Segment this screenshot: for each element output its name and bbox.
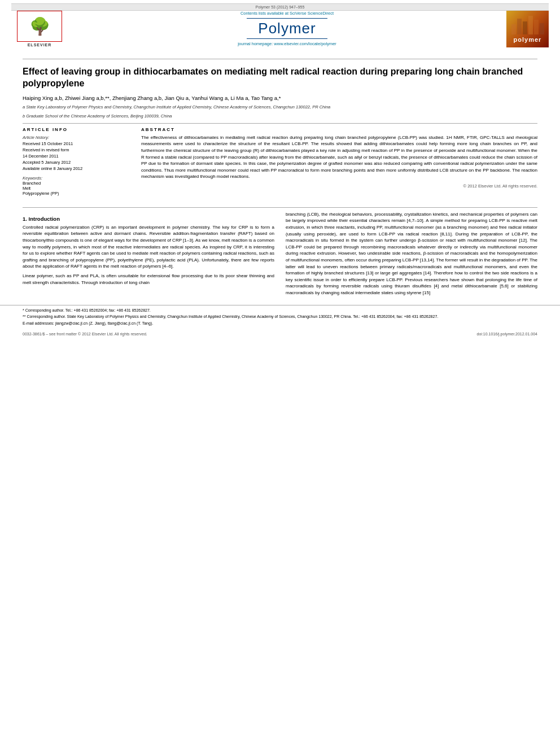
- bottom-info: 0032-3861/$ – see front matter © 2012 El…: [0, 331, 560, 337]
- elsevier-text: ELSEVIER: [28, 43, 52, 47]
- article-info-col: ARTICLE INFO Article history: Received 1…: [23, 127, 130, 196]
- issue-info: Polymer 53 (2012) 947–955: [256, 5, 305, 9]
- elsevier-logo-box: 🌳: [17, 11, 62, 42]
- article-history-label: Article history:: [23, 135, 49, 140]
- journal-header: Polymer 53 (2012) 947–955 🌳 ELSEVIER Con…: [0, 0, 560, 50]
- received-row: Received 15 October 2011: [23, 141, 130, 146]
- sciverse-link-text[interactable]: SciVerse ScienceDirect: [290, 11, 334, 16]
- body-para-2: Linear polymer, such as PP and PLA, is o…: [23, 273, 274, 286]
- abstract-label: ABSTRACT: [141, 127, 537, 132]
- abstract-text: The effectiveness of dithiocarbamates in…: [141, 134, 537, 180]
- header-divider: [23, 59, 537, 59]
- svg-rect-2: [523, 21, 527, 34]
- keyword-branched: Branched: [23, 181, 130, 186]
- issue-info-bar: Polymer 53 (2012) 947–955: [11, 3, 549, 11]
- polymer-logo-text: polymer: [514, 36, 542, 43]
- issn-text: 0032-3861/$ – see front matter © 2012 El…: [23, 332, 147, 336]
- article-authors: Haiping Xing a,b, Zhiwei Jiang a,b,**, Z…: [23, 94, 537, 102]
- doi-text: doi:10.1016/j.polymer.2012.01.004: [477, 332, 537, 336]
- article-content: Effect of leaving group in dithiocarbama…: [0, 50, 560, 202]
- sciverse-link: Contents lists available at SciVerse Sci…: [240, 11, 334, 16]
- svg-rect-3: [528, 16, 533, 34]
- copyright-line: © 2012 Elsevier Ltd. All rights reserved…: [141, 184, 537, 189]
- received-value: Received 15 October 2011: [23, 141, 73, 146]
- svg-rect-5: [540, 23, 544, 34]
- elsevier-logo: 🌳 ELSEVIER: [11, 11, 68, 47]
- body-two-col: 1. Introduction Controlled radical polym…: [23, 211, 537, 299]
- keywords-label: Keywords:: [23, 176, 130, 181]
- footnote-email: E-mail addresses: jiangzw@ciac.jl.cn (Z.…: [23, 321, 537, 326]
- footnote-corresponding2: ** Corresponding author. State Key Labor…: [23, 314, 537, 320]
- article-info-abstract: ARTICLE INFO Article history: Received 1…: [23, 127, 537, 196]
- footnote-section: * Corresponding author. Tel.: +86 431 85…: [0, 305, 560, 331]
- affiliation-a: a State Key Laboratory of Polymer Physic…: [23, 104, 537, 111]
- affiliation-b: b Graduate School of the Chinese Academy…: [23, 113, 537, 120]
- article-history-row: Article history:: [23, 134, 130, 140]
- body-col-right: branching (LCB), the rheological behavio…: [286, 211, 537, 299]
- revised-date-row: 14 December 2011: [23, 153, 130, 159]
- body-content: 1. Introduction Controlled radical polym…: [0, 202, 560, 305]
- journal-name-banner: Polymer: [247, 18, 327, 39]
- keyword-pp: Polypropylene (PP): [23, 191, 130, 196]
- revised-label-row: Received in revised form: [23, 147, 130, 152]
- footnote-corresponding1: * Corresponding author. Tel.: +86 431 85…: [23, 308, 537, 313]
- article-title: Effect of leaving group in dithiocarbama…: [23, 66, 537, 90]
- revised-label: Received in revised form: [23, 147, 69, 152]
- svg-rect-1: [517, 19, 522, 34]
- revised-date: 14 December 2011: [23, 154, 59, 159]
- available-value: Available online 8 January 2012: [23, 166, 82, 171]
- journal-center-info: Contents lists available at SciVerse Sci…: [68, 11, 506, 46]
- keyword-melt: Melt: [23, 186, 130, 191]
- article-info-label: ARTICLE INFO: [23, 127, 130, 132]
- keywords-section: Keywords: Branched Melt Polypropylene (P…: [23, 176, 130, 196]
- content-divider: [23, 123, 537, 124]
- polymer-logo-box: polymer: [506, 11, 549, 47]
- body-divider: [23, 207, 537, 208]
- accepted-row: Accepted 5 January 2012: [23, 159, 130, 165]
- page: Polymer 53 (2012) 947–955 🌳 ELSEVIER Con…: [0, 0, 560, 747]
- body-col-left: 1. Introduction Controlled radical polym…: [23, 211, 274, 299]
- section1-title: 1. Introduction: [23, 216, 274, 222]
- abstract-col: ABSTRACT The effectiveness of dithiocarb…: [141, 127, 537, 196]
- journal-homepage: journal homepage: www.elsevier.com/locat…: [238, 41, 336, 46]
- body-para-3: branching (LCB), the rheological behavio…: [286, 211, 537, 296]
- svg-rect-4: [534, 20, 539, 34]
- accepted-value: Accepted 5 January 2012: [23, 160, 71, 165]
- body-para-1: Controlled radical polymerization (CRP) …: [23, 224, 274, 270]
- article-info-box: Article history: Received 15 October 201…: [23, 134, 130, 171]
- svg-rect-0: [511, 24, 516, 34]
- available-row: Available online 8 January 2012: [23, 165, 130, 171]
- journal-top-bar: 🌳 ELSEVIER Contents lists available at S…: [11, 11, 549, 47]
